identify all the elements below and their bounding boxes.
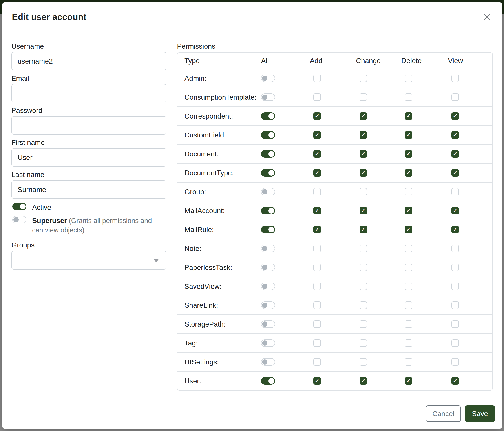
add-checkbox[interactable]: ✓	[313, 112, 321, 120]
add-checkbox[interactable]	[313, 339, 321, 347]
change-checkbox[interactable]: ✓	[360, 226, 367, 233]
delete-checkbox[interactable]	[405, 188, 412, 196]
add-checkbox[interactable]: ✓	[313, 226, 321, 233]
view-checkbox[interactable]: ✓	[451, 226, 459, 233]
delete-checkbox[interactable]	[405, 93, 412, 101]
change-checkbox[interactable]	[360, 283, 367, 290]
change-checkbox[interactable]	[360, 74, 367, 82]
delete-checkbox[interactable]	[405, 339, 412, 347]
active-toggle[interactable]	[12, 203, 26, 210]
change-checkbox[interactable]	[360, 320, 367, 328]
add-checkbox[interactable]: ✓	[313, 169, 321, 177]
change-checkbox[interactable]	[360, 245, 367, 252]
view-checkbox[interactable]	[451, 339, 459, 347]
delete-checkbox[interactable]	[405, 245, 412, 252]
add-checkbox[interactable]: ✓	[313, 377, 321, 385]
view-checkbox[interactable]: ✓	[451, 112, 459, 120]
view-checkbox[interactable]	[451, 245, 459, 252]
all-toggle[interactable]	[261, 226, 275, 233]
change-checkbox[interactable]: ✓	[360, 377, 367, 385]
all-toggle[interactable]	[261, 377, 275, 385]
all-toggle[interactable]	[261, 112, 275, 120]
view-checkbox[interactable]	[451, 283, 459, 290]
view-checkbox[interactable]	[451, 320, 459, 328]
view-checkbox[interactable]	[451, 358, 459, 366]
first-name-field[interactable]	[11, 148, 166, 167]
view-checkbox[interactable]: ✓	[451, 377, 459, 385]
all-toggle[interactable]	[261, 131, 275, 139]
view-checkbox[interactable]: ✓	[451, 207, 459, 214]
delete-checkbox[interactable]	[405, 283, 412, 290]
delete-checkbox[interactable]: ✓	[405, 226, 412, 233]
all-toggle[interactable]	[261, 245, 275, 252]
delete-checkbox[interactable]	[405, 320, 412, 328]
all-toggle[interactable]	[261, 169, 275, 177]
change-checkbox[interactable]	[360, 358, 367, 366]
view-checkbox[interactable]	[451, 188, 459, 196]
change-checkbox[interactable]	[360, 188, 367, 196]
delete-checkbox[interactable]: ✓	[405, 207, 412, 214]
change-checkbox[interactable]: ✓	[360, 150, 367, 158]
view-checkbox[interactable]: ✓	[451, 131, 459, 139]
add-checkbox[interactable]	[313, 320, 321, 328]
view-checkbox[interactable]: ✓	[451, 150, 459, 158]
all-toggle[interactable]	[261, 339, 275, 347]
last-name-group: Last name	[11, 170, 166, 199]
view-checkbox[interactable]	[451, 264, 459, 271]
add-checkbox[interactable]	[313, 264, 321, 271]
view-checkbox[interactable]	[451, 74, 459, 82]
delete-checkbox[interactable]: ✓	[405, 169, 412, 177]
save-button[interactable]: Save	[465, 405, 495, 422]
delete-checkbox[interactable]: ✓	[405, 131, 412, 139]
email-field[interactable]	[11, 84, 166, 102]
add-checkbox[interactable]	[313, 188, 321, 196]
delete-checkbox[interactable]	[405, 358, 412, 366]
delete-checkbox[interactable]: ✓	[405, 377, 412, 385]
active-label: Active	[32, 203, 51, 212]
add-checkbox[interactable]	[313, 245, 321, 252]
all-toggle[interactable]	[261, 74, 275, 82]
checkmark-icon: ✓	[315, 132, 320, 138]
change-checkbox[interactable]: ✓	[360, 112, 367, 120]
delete-checkbox[interactable]: ✓	[405, 150, 412, 158]
change-checkbox[interactable]	[360, 339, 367, 347]
add-checkbox[interactable]: ✓	[313, 131, 321, 139]
close-button[interactable]	[481, 11, 492, 22]
change-checkbox[interactable]	[360, 264, 367, 271]
all-toggle[interactable]	[261, 358, 275, 366]
last-name-field[interactable]	[11, 180, 166, 199]
change-checkbox[interactable]: ✓	[360, 131, 367, 139]
superuser-toggle[interactable]	[12, 216, 26, 224]
view-checkbox[interactable]	[451, 93, 459, 101]
add-checkbox[interactable]	[313, 93, 321, 101]
all-toggle[interactable]	[261, 283, 275, 290]
all-toggle[interactable]	[261, 93, 275, 101]
add-checkbox[interactable]	[313, 358, 321, 366]
all-toggle[interactable]	[261, 301, 275, 309]
add-checkbox[interactable]: ✓	[313, 150, 321, 158]
view-checkbox[interactable]: ✓	[451, 169, 459, 177]
add-checkbox[interactable]: ✓	[313, 207, 321, 214]
add-checkbox[interactable]	[313, 74, 321, 82]
username-input[interactable]	[11, 52, 166, 70]
delete-checkbox[interactable]: ✓	[405, 112, 412, 120]
change-checkbox[interactable]: ✓	[360, 207, 367, 214]
change-checkbox[interactable]	[360, 93, 367, 101]
add-checkbox[interactable]	[313, 283, 321, 290]
delete-checkbox[interactable]	[405, 74, 412, 82]
all-toggle[interactable]	[261, 188, 275, 196]
delete-checkbox[interactable]	[405, 264, 412, 271]
checkmark-icon: ✓	[315, 151, 320, 157]
password-field[interactable]	[11, 116, 166, 135]
all-toggle[interactable]	[261, 264, 275, 271]
change-checkbox[interactable]: ✓	[360, 169, 367, 177]
all-toggle[interactable]	[261, 207, 275, 214]
groups-select[interactable]	[11, 251, 166, 269]
cancel-button[interactable]: Cancel	[426, 405, 461, 422]
all-toggle[interactable]	[261, 150, 275, 158]
all-toggle[interactable]	[261, 320, 275, 328]
delete-checkbox[interactable]	[405, 301, 412, 309]
change-checkbox[interactable]	[360, 301, 367, 309]
view-checkbox[interactable]	[451, 301, 459, 309]
add-checkbox[interactable]	[313, 301, 321, 309]
